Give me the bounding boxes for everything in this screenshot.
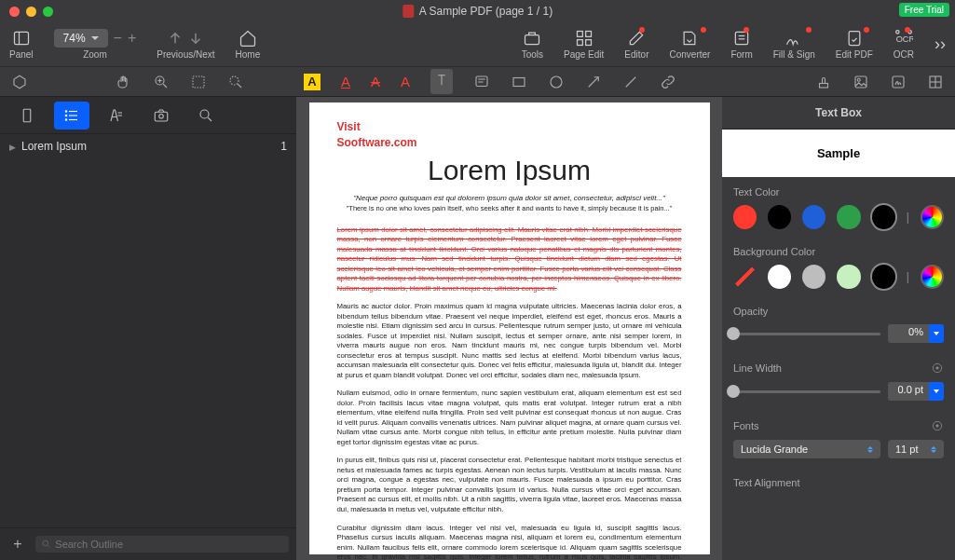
strikethrough-tool[interactable]: A: [371, 74, 380, 89]
doc-subquote: "There is no one who loves pain itself, …: [337, 204, 682, 212]
sidebar: ▶Lorem Ipsum 1 +: [0, 97, 296, 560]
svg-point-28: [551, 76, 562, 88]
zoom-out-button[interactable]: −: [114, 30, 122, 47]
minimize-window[interactable]: [26, 7, 36, 17]
edit-pdf-icon: [845, 29, 864, 48]
more-button[interactable]: ››: [935, 34, 946, 54]
tools-button[interactable]: Tools: [522, 29, 543, 60]
line-width-slider[interactable]: [733, 390, 880, 393]
search-tab[interactable]: [188, 102, 224, 130]
image-tool-icon[interactable]: [853, 74, 869, 90]
opacity-value[interactable]: 0%: [888, 324, 929, 343]
converter-label: Converter: [669, 49, 710, 60]
color-blue[interactable]: [802, 205, 825, 229]
opacity-slider[interactable]: [733, 333, 880, 335]
ocr-button[interactable]: OCR OCR: [894, 29, 914, 60]
disclosure-triangle-icon[interactable]: ▶: [9, 143, 16, 152]
sign-icon: [784, 29, 803, 48]
home-button[interactable]: Home: [236, 29, 261, 60]
lasso-icon[interactable]: [227, 74, 244, 90]
next-page-button[interactable]: [187, 30, 204, 47]
color-gray[interactable]: [802, 265, 825, 289]
visit-link: Visit Sooftware.com: [337, 119, 682, 151]
color-white[interactable]: [768, 265, 791, 289]
color-red[interactable]: [733, 205, 757, 229]
svg-point-12: [896, 31, 899, 34]
opacity-label: Opacity: [722, 296, 955, 321]
svg-line-29: [589, 76, 599, 87]
svg-rect-6: [585, 40, 591, 46]
editor-button[interactable]: Editor: [624, 29, 648, 60]
fonts-reset-icon[interactable]: [931, 419, 944, 432]
highlight-tool[interactable]: A: [304, 74, 321, 90]
ocr-icon: OCR: [894, 29, 913, 48]
line-width-reset-icon[interactable]: [931, 362, 944, 375]
panel-button[interactable]: Panel: [9, 29, 34, 60]
hexagon-tool-icon[interactable]: [11, 74, 28, 90]
search-outline-field[interactable]: [55, 539, 283, 550]
outline-tab[interactable]: [54, 102, 89, 130]
snapshot-tab[interactable]: [143, 102, 179, 130]
converter-button[interactable]: Converter: [669, 29, 710, 60]
area-select-icon[interactable]: [190, 74, 207, 90]
search-outline-input[interactable]: [35, 536, 289, 553]
doc-para: In purus elit, finibus quis nisi ut, pla…: [337, 456, 682, 514]
hand-tool-icon[interactable]: [116, 74, 132, 90]
outline-item[interactable]: ▶Lorem Ipsum 1: [0, 134, 296, 158]
color-black[interactable]: [768, 205, 791, 229]
form-label: Form: [730, 49, 752, 60]
circle-tool-icon[interactable]: [548, 74, 565, 90]
home-icon: [239, 29, 257, 48]
link-tool-icon[interactable]: [660, 74, 676, 90]
note-tool-icon[interactable]: [473, 74, 490, 90]
color-picker[interactable]: [921, 265, 944, 289]
color-picker[interactable]: [921, 205, 944, 229]
pdf-page: Visit Sooftware.com Lorem Ipsum "Neque p…: [309, 102, 710, 554]
opacity-stepper[interactable]: [929, 324, 944, 343]
close-window[interactable]: [9, 7, 20, 17]
svg-rect-38: [23, 109, 31, 122]
squiggly-tool[interactable]: A: [401, 74, 410, 89]
grid-icon: [575, 29, 593, 48]
maximize-window[interactable]: [43, 7, 53, 17]
doc-para: Mauris ac auctor dolor. Proin maximus qu…: [337, 302, 682, 380]
edit-pdf-label: Edit PDF: [836, 49, 873, 60]
page-edit-button[interactable]: Page Edit: [564, 29, 604, 60]
table-tool-icon[interactable]: [927, 74, 944, 90]
rectangle-tool-icon[interactable]: [511, 74, 527, 90]
signature-tool-icon[interactable]: [890, 74, 907, 90]
annotations-tab[interactable]: [99, 102, 134, 130]
svg-rect-5: [577, 40, 582, 46]
fonts-label: Fonts: [722, 410, 955, 436]
document-viewport[interactable]: Visit Sooftware.com Lorem Ipsum "Neque p…: [296, 97, 722, 560]
thumbnails-tab[interactable]: [9, 102, 45, 130]
stamp-tool-icon[interactable]: [815, 74, 832, 90]
form-button[interactable]: Form: [730, 29, 752, 60]
line-width-stepper[interactable]: [929, 382, 944, 401]
svg-rect-24: [476, 76, 487, 87]
line-width-value[interactable]: 0.0 pt: [888, 382, 929, 401]
zoom-in-button[interactable]: +: [128, 30, 136, 47]
color-black-selected[interactable]: [872, 265, 895, 289]
fill-sign-button[interactable]: Fill & Sign: [773, 29, 815, 60]
free-trial-badge[interactable]: Free Trial: [899, 3, 949, 17]
convert-icon: [680, 29, 699, 48]
prev-page-button[interactable]: [167, 30, 184, 47]
svg-point-44: [65, 118, 67, 120]
add-outline-button[interactable]: +: [7, 534, 28, 554]
zoom-tool-icon[interactable]: [153, 74, 170, 90]
color-lightgreen[interactable]: [837, 265, 860, 289]
line-tool-icon[interactable]: [622, 74, 639, 90]
color-selected[interactable]: [872, 205, 895, 229]
font-family-select[interactable]: Lucida Grande: [733, 440, 880, 458]
color-none[interactable]: [733, 265, 757, 289]
notification-dot: [701, 27, 706, 33]
color-green[interactable]: [837, 205, 860, 229]
doc-para: Curabitur dignissim diam lacus. Integer …: [337, 524, 682, 560]
font-size-select[interactable]: 11 pt: [888, 440, 944, 458]
textbox-tool[interactable]: [430, 69, 453, 94]
underline-tool[interactable]: A: [341, 74, 350, 89]
arrow-tool-icon[interactable]: [585, 74, 602, 90]
zoom-select[interactable]: 74%: [54, 29, 108, 48]
edit-pdf-button[interactable]: Edit PDF: [836, 29, 873, 60]
